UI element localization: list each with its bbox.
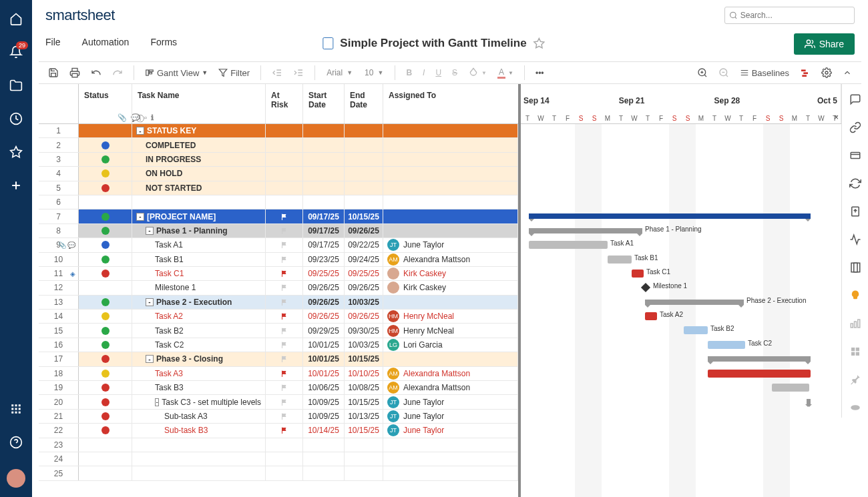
publish-icon[interactable] bbox=[849, 205, 861, 217]
proofs-icon[interactable] bbox=[849, 149, 861, 161]
cell-task-name[interactable]: Task B3 bbox=[132, 381, 266, 394]
browse-icon[interactable] bbox=[9, 79, 23, 92]
grid-row[interactable]: 8-Phase 1 - Planning09/17/2509/26/25 bbox=[39, 224, 518, 238]
cell-task-name[interactable]: -Phase 2 - Execution bbox=[132, 296, 266, 309]
notifications-icon[interactable]: 29 bbox=[9, 45, 23, 59]
cell-assigned-to[interactable] bbox=[383, 438, 518, 452]
row-number[interactable]: 25 bbox=[39, 466, 79, 480]
redo-button[interactable] bbox=[108, 65, 127, 81]
cell-assigned-to[interactable]: JTJune Taylor bbox=[383, 238, 518, 252]
tips-icon[interactable] bbox=[849, 290, 861, 302]
cell-assigned-to[interactable] bbox=[383, 296, 518, 309]
cell-status[interactable] bbox=[79, 324, 132, 337]
cell-end-date[interactable] bbox=[345, 452, 383, 466]
cell-status[interactable] bbox=[79, 195, 132, 209]
gantt-row[interactable]: Task C1 bbox=[521, 267, 841, 281]
cell-start-date[interactable] bbox=[303, 167, 345, 180]
brand-logo[interactable]: smartsheet bbox=[45, 7, 115, 24]
row-number[interactable]: 4 bbox=[39, 167, 79, 180]
undo-button[interactable] bbox=[87, 65, 105, 81]
cell-task-name[interactable]: Task A3 bbox=[132, 367, 266, 380]
cell-start-date[interactable]: 09/23/25 bbox=[303, 253, 345, 266]
work-insights-icon[interactable] bbox=[849, 318, 861, 330]
cell-start-date[interactable]: 10/06/25 bbox=[303, 381, 345, 394]
gantt-row[interactable]: Task A1 bbox=[521, 238, 841, 252]
font-family-dropdown[interactable]: Arial▼ bbox=[322, 66, 357, 79]
grid-row[interactable]: 9📎💬Task A109/17/2509/22/25JTJune Taylor bbox=[39, 238, 518, 252]
gantt-milestone[interactable] bbox=[641, 283, 650, 292]
grid-row[interactable]: 20-Task C3 - set multiple levels10/09/25… bbox=[39, 395, 518, 409]
cell-end-date[interactable] bbox=[345, 195, 383, 209]
grid-row[interactable]: 23 bbox=[39, 438, 518, 452]
gantt-summary-bar[interactable] bbox=[645, 300, 744, 305]
create-icon[interactable] bbox=[9, 179, 23, 192]
filter-button[interactable]: Filter bbox=[214, 65, 254, 81]
pin-icon[interactable] bbox=[849, 374, 861, 386]
cell-start-date[interactable]: 10/01/25 bbox=[303, 367, 345, 380]
underline-button[interactable]: U bbox=[431, 65, 445, 80]
grid-row[interactable]: 12Milestone 109/26/2509/26/25Kirk Caskey bbox=[39, 281, 518, 295]
cell-task-name[interactable]: Sub-task B3 bbox=[132, 424, 266, 437]
cell-status[interactable] bbox=[79, 466, 132, 480]
cell-start-date[interactable]: 09/25/25 bbox=[303, 267, 345, 280]
grid-row[interactable]: 16Task C210/01/2510/03/25LGLori Garcia bbox=[39, 338, 518, 352]
cell-at-risk[interactable] bbox=[266, 310, 303, 323]
cell-status[interactable] bbox=[79, 138, 132, 151]
gantt-task-bar[interactable] bbox=[772, 384, 809, 392]
grid-row[interactable]: 6 bbox=[39, 195, 518, 209]
text-color-button[interactable]: A▼ bbox=[493, 65, 517, 81]
search-input[interactable] bbox=[740, 11, 850, 20]
close-gantt-icon[interactable]: × bbox=[834, 113, 839, 122]
row-number[interactable]: 18 bbox=[39, 367, 79, 380]
row-number[interactable]: 21 bbox=[39, 410, 79, 423]
cell-start-date[interactable]: 09/26/25 bbox=[303, 310, 345, 323]
cell-end-date[interactable] bbox=[345, 138, 383, 151]
column-header-status[interactable]: Status bbox=[79, 84, 132, 123]
recents-icon[interactable] bbox=[9, 112, 23, 125]
gantt-row[interactable] bbox=[521, 153, 841, 167]
grid-row[interactable]: 19Task B310/06/2510/08/25AMAlexandra Mat… bbox=[39, 381, 518, 395]
gantt-row[interactable] bbox=[521, 167, 841, 181]
cell-at-risk[interactable] bbox=[266, 153, 303, 166]
cell-start-date[interactable]: 10/09/25 bbox=[303, 410, 345, 423]
cell-start-date[interactable] bbox=[303, 466, 345, 480]
favorite-star-icon[interactable] bbox=[533, 37, 546, 49]
collapse-toggle[interactable]: - bbox=[136, 127, 144, 135]
zoom-out-button[interactable] bbox=[714, 65, 733, 81]
cell-status[interactable] bbox=[79, 181, 132, 195]
row-number[interactable]: 12 bbox=[39, 281, 79, 294]
conversations-icon[interactable] bbox=[849, 93, 861, 105]
grid-row[interactable]: 4ON HOLD bbox=[39, 167, 518, 181]
cell-status[interactable] bbox=[79, 367, 132, 380]
zoom-in-button[interactable] bbox=[693, 65, 712, 81]
column-header-end-date[interactable]: End Date bbox=[345, 84, 383, 123]
cell-status[interactable] bbox=[79, 253, 132, 266]
fill-color-button[interactable]: ▼ bbox=[464, 65, 491, 81]
row-number[interactable]: 24 bbox=[39, 452, 79, 466]
cell-assigned-to[interactable] bbox=[383, 138, 518, 151]
cell-at-risk[interactable] bbox=[266, 296, 303, 309]
cell-status[interactable] bbox=[79, 338, 132, 352]
apps-icon[interactable] bbox=[9, 402, 23, 416]
gantt-row[interactable] bbox=[521, 452, 841, 466]
gantt-row[interactable] bbox=[521, 195, 841, 209]
cell-end-date[interactable]: 10/15/25 bbox=[345, 424, 383, 437]
cell-task-name[interactable]: Sub-task A3 bbox=[132, 410, 266, 423]
gantt-row[interactable] bbox=[521, 352, 841, 366]
cell-status[interactable] bbox=[79, 238, 132, 252]
cell-status[interactable] bbox=[79, 209, 132, 223]
cell-status[interactable] bbox=[79, 224, 132, 237]
cell-assigned-to[interactable]: AMAlexandra Mattson bbox=[383, 381, 518, 394]
cell-end-date[interactable]: 10/15/25 bbox=[345, 209, 383, 223]
cell-assigned-to[interactable]: Kirk Caskey bbox=[383, 267, 518, 280]
gantt-row[interactable] bbox=[521, 181, 841, 195]
cell-assigned-to[interactable] bbox=[383, 167, 518, 180]
cell-at-risk[interactable] bbox=[266, 466, 303, 480]
cell-assigned-to[interactable]: HMHenry McNeal bbox=[383, 310, 518, 323]
cell-assigned-to[interactable]: LGLori Garcia bbox=[383, 338, 518, 352]
cell-task-name[interactable]: -Phase 3 - Closing bbox=[132, 352, 266, 366]
cell-end-date[interactable]: 09/26/25 bbox=[345, 310, 383, 323]
row-number[interactable]: 23 bbox=[39, 438, 79, 452]
cell-at-risk[interactable] bbox=[266, 338, 303, 352]
more-button[interactable]: ••• bbox=[531, 65, 548, 80]
